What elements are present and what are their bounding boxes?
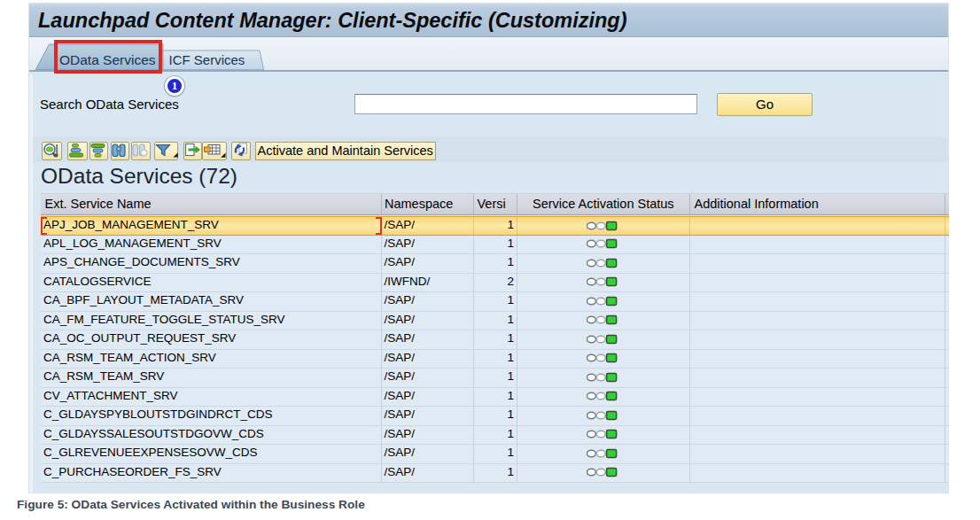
svg-text:ICF Services: ICF Services (169, 52, 245, 67)
